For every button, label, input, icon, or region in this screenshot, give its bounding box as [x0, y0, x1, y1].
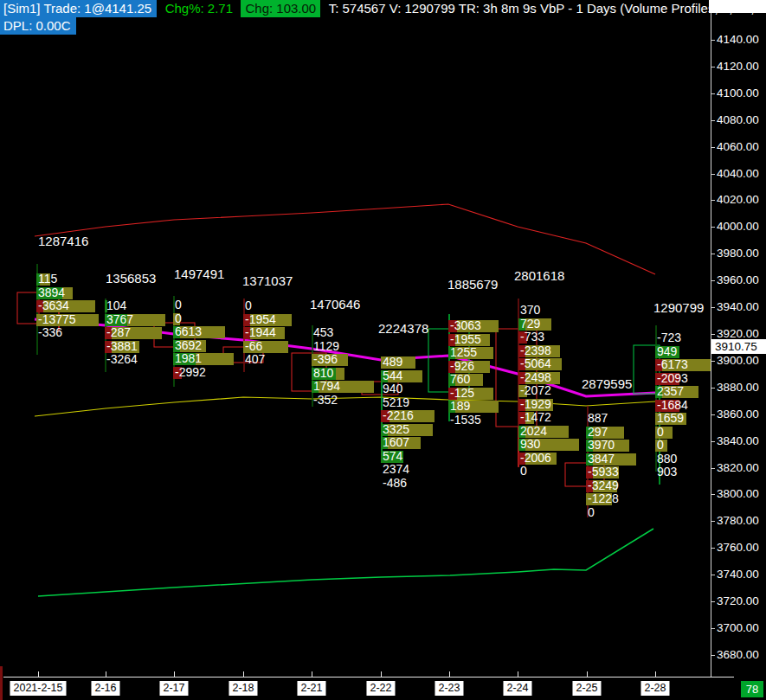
delta-value: -2006 [520, 452, 551, 465]
date-tick [174, 671, 175, 678]
date-label: 2-28 [640, 681, 669, 696]
price-tick [711, 40, 715, 41]
price-tick [711, 147, 715, 148]
price-tick-label: 3800.00 [717, 487, 759, 501]
price-tick-label: 3960.00 [717, 273, 759, 287]
delta-value: 370 [520, 304, 540, 317]
delta-value: 0 [520, 465, 527, 478]
delta-value: 1129 [313, 340, 339, 353]
delta-value: 930 [520, 438, 540, 451]
time-axis[interactable]: 78 2021-2-152-162-172-182-212-222-232-24… [0, 677, 766, 700]
delta-value: 1255 [450, 346, 477, 359]
price-tick [711, 468, 715, 469]
delta-value: 189 [450, 400, 470, 413]
delta-value: 1981 [175, 352, 202, 365]
delta-value: -1929 [520, 398, 551, 411]
delta-value: -2093 [657, 372, 688, 385]
price-tick-label: 3720.00 [717, 594, 759, 608]
delta-value: -1944 [245, 326, 276, 339]
chg-badge: Chg: 103.00 [241, 0, 320, 17]
delta-value: 3767 [106, 313, 133, 326]
date-tick [312, 671, 312, 678]
delta-value: -1954 [245, 313, 276, 326]
price-tick [711, 575, 715, 575]
axis-corner-box [709, 0, 766, 13]
date-label: 2-25 [572, 681, 601, 696]
delta-value: -1684 [657, 399, 688, 412]
price-tick [711, 388, 715, 389]
price-tick [711, 361, 715, 362]
delta-value: 489 [383, 356, 402, 369]
delta-value: 0 [245, 299, 252, 312]
price-tick-label: 3880.00 [717, 381, 759, 395]
trading-chart-window: 12874161153894-3634-13775-33613568531043… [0, 0, 766, 700]
cluster-total-volume: 1497491 [174, 267, 224, 281]
date-label: 2-16 [91, 681, 119, 696]
price-tick [711, 200, 715, 201]
price-tick-label: 4140.00 [717, 33, 759, 47]
price-tick [711, 414, 715, 415]
delta-value: 297 [588, 426, 608, 439]
cluster-total-volume: 1885679 [447, 278, 498, 292]
price-tick [711, 93, 715, 94]
price-tick [711, 601, 715, 602]
price-tick-label: 3820.00 [717, 461, 759, 475]
cluster-total-volume: 1290799 [653, 301, 704, 315]
delta-value: -2072 [520, 384, 551, 397]
delta-value: 887 [588, 412, 608, 425]
price-tick-label: 3980.00 [717, 247, 759, 260]
delta-value: 880 [657, 453, 677, 466]
date-tick [449, 671, 450, 678]
account-trade-label: [Sim1] Trade: 1@4141.25 [0, 0, 157, 17]
date-tick [587, 671, 588, 678]
delta-value: 729 [520, 318, 540, 331]
dpl-label: DPL: 0.00C [0, 17, 76, 35]
price-tick-label: 4080.00 [717, 113, 759, 127]
left-edge-marker [0, 666, 3, 700]
price-tick-label: 3900.00 [717, 354, 759, 368]
current-price-badge: 3910.75 [711, 339, 766, 354]
delta-value: 760 [450, 373, 470, 386]
price-tick-label: 3840.00 [717, 434, 759, 448]
title-row-2: DPL: 0.00C [0, 17, 76, 35]
price-tick [711, 67, 715, 67]
stats-label: T: 574567 V: 1290799 TR: 3h 8m 9s VbP - … [325, 0, 766, 17]
date-label: 2-18 [229, 681, 257, 696]
delta-value: 5219 [383, 396, 409, 409]
delta-value: -287 [106, 326, 131, 339]
delta-value: -125 [450, 387, 474, 400]
price-axis[interactable]: 4140.004120.004100.004080.004060.004040.… [711, 0, 766, 677]
chg-pct-label: Chg%: 2.71 [161, 0, 237, 17]
delta-value: 0 [657, 426, 664, 439]
delta-value: -13775 [38, 313, 76, 326]
date-label: 2-22 [366, 681, 395, 696]
delta-value: 1607 [383, 436, 409, 449]
delta-value: 0 [175, 299, 182, 311]
date-tick [106, 671, 106, 678]
title-row-1: [Sim1] Trade: 1@4141.25 Chg%: 2.71 Chg: … [0, 0, 766, 17]
delta-value: -6173 [657, 358, 688, 371]
delta-value: 2374 [383, 463, 409, 476]
delta-value: -5933 [588, 466, 619, 478]
chart-area[interactable]: 12874161153894-3634-13775-33613568531043… [0, 0, 711, 677]
date-tick [518, 671, 518, 678]
delta-value: -3249 [588, 479, 619, 492]
delta-value: 949 [657, 345, 677, 358]
delta-value: -66 [245, 340, 262, 353]
price-tick [711, 307, 715, 308]
delta-value: 903 [657, 466, 677, 478]
price-tick [711, 280, 715, 281]
date-tick [655, 671, 656, 678]
delta-value: -3063 [450, 319, 481, 332]
price-tick [711, 120, 715, 121]
bar-count-badge: 78 [741, 681, 763, 697]
delta-value: 2357 [657, 385, 684, 398]
delta-value: -1535 [450, 414, 481, 427]
price-tick-label: 3680.00 [717, 648, 759, 662]
delta-value: 0 [175, 312, 182, 325]
date-label: 2021-2-15 [10, 681, 67, 696]
price-tick [711, 521, 715, 522]
delta-value: -3881 [106, 340, 138, 353]
price-tick-label: 3760.00 [717, 541, 759, 555]
delta-value: 1794 [313, 380, 340, 393]
